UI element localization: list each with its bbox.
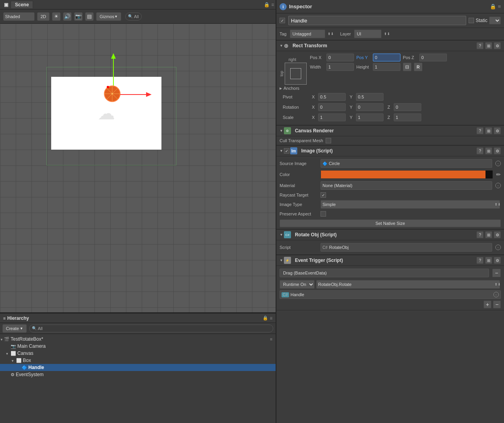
raycast-checkbox[interactable] — [321, 192, 326, 198]
pos-x-label: Pos X — [310, 55, 324, 60]
color-pencil-btn[interactable]: ✏ — [496, 171, 501, 178]
active-checkbox[interactable] — [280, 18, 285, 23]
canvas-select-icon[interactable]: ⊞ — [485, 127, 492, 134]
minus-button-2[interactable]: − — [493, 301, 501, 308]
hierarchy-menu-icon[interactable]: ≡ — [270, 315, 272, 321]
scene-menu-icon[interactable]: ≡ — [271, 2, 274, 7]
constrain-btn[interactable]: ⊟ — [403, 63, 411, 71]
static-label: Static — [476, 18, 487, 23]
rect-settings-icon[interactable]: ⚙ — [494, 42, 501, 49]
raycast-label: Raycast Target — [280, 193, 319, 197]
image-settings-icon[interactable]: ⚙ — [494, 147, 501, 154]
event-help-icon[interactable]: ? — [476, 257, 484, 264]
2d-button[interactable]: 2D — [37, 12, 50, 21]
hierarchy-item-main-camera[interactable]: 📷 Main Camera — [0, 343, 276, 350]
hierarchy-item-canvas[interactable]: ⬜ Canvas — [0, 350, 276, 357]
width-input[interactable] — [326, 63, 354, 71]
cull-checkbox[interactable] — [326, 138, 331, 143]
preserve-checkbox[interactable] — [321, 211, 326, 217]
plus-button[interactable]: + — [484, 301, 491, 308]
rotation-y-label: Y — [350, 105, 354, 109]
set-native-size-button[interactable]: Set Native Size — [280, 219, 501, 227]
scale-z-input[interactable] — [394, 113, 421, 121]
hierarchy-item-testrotatebox[interactable]: 🎬 TestRotateBox* ≡ — [0, 336, 276, 343]
canvas-renderer-header[interactable]: ▼ ⊚ Canvas Renderer ? ⊞ ⚙ — [276, 125, 504, 136]
rotate-method-dropdown[interactable]: RotateObj.Rotate — [316, 280, 500, 289]
rect-help-icon[interactable]: ? — [476, 42, 484, 49]
rotate-settings-icon[interactable]: ⚙ — [494, 231, 501, 238]
height-input[interactable] — [373, 63, 400, 71]
pivot-x-input[interactable] — [318, 93, 346, 101]
orange-handle[interactable] — [104, 85, 121, 102]
create-button[interactable]: Create ▼ — [2, 324, 27, 333]
tag-dropdown[interactable]: Untagged — [290, 30, 325, 38]
image-script-title: Image (Script) — [301, 148, 476, 154]
rect-select-icon[interactable]: ⊞ — [485, 42, 492, 49]
rotation-z-input[interactable] — [394, 103, 421, 111]
canvas-help-icon[interactable]: ? — [476, 127, 484, 134]
handle-circle-btn[interactable]: ○ — [493, 292, 499, 297]
fx-icon[interactable]: ▤ — [85, 12, 94, 21]
source-image-field[interactable]: 🔷 Circle — [321, 159, 492, 168]
rotate-help-icon[interactable]: ? — [476, 231, 484, 238]
gizmos-button[interactable]: Gizmos ▼ — [96, 12, 121, 21]
reset-btn[interactable]: R — [414, 63, 422, 71]
pos-x-input[interactable] — [326, 54, 354, 61]
event-settings-icon[interactable]: ⚙ — [494, 257, 501, 264]
runtime-dropdown[interactable]: Runtime On — [280, 280, 315, 289]
anchor-diagram[interactable] — [285, 63, 307, 85]
handle-reference-field[interactable]: C# Handle ○ — [280, 290, 501, 299]
inspector-menu-icon[interactable]: ≡ — [498, 4, 501, 9]
pivot-y-input[interactable] — [356, 93, 384, 101]
object-name-input[interactable] — [288, 16, 466, 25]
camera-view-icon[interactable]: 📷 — [74, 12, 83, 21]
rotate-script-icon: C# — [322, 245, 328, 250]
anchors-label: Anchors — [284, 86, 299, 91]
hierarchy-item-eventsystem[interactable]: ⚙ EventSystem — [0, 371, 276, 378]
rotate-obj-header[interactable]: ▼ C# Rotate Obj (Script) ? ⊞ ⚙ — [276, 229, 504, 240]
scale-x-input[interactable] — [318, 113, 346, 121]
drag-label: Drag (BaseEventData) — [280, 269, 489, 277]
layer-dropdown[interactable]: UI — [354, 30, 382, 38]
rotation-y-input[interactable] — [356, 103, 384, 111]
color-field[interactable] — [321, 170, 493, 179]
event-trigger-header[interactable]: ▼ ⚡ Event Trigger (Script) ? ⊞ ⚙ — [276, 255, 504, 266]
static-checkbox[interactable] — [469, 18, 474, 23]
rotate-script-circle-btn[interactable]: ○ — [495, 245, 501, 250]
source-image-circle-btn[interactable]: ○ — [495, 161, 501, 166]
image-type-dropdown[interactable]: Simple — [321, 200, 500, 209]
image-select-icon[interactable]: ⊞ — [485, 147, 492, 154]
height-label: Height — [356, 65, 371, 69]
canvas-settings-icon[interactable]: ⚙ — [494, 127, 501, 134]
tag-label: Tag — [280, 32, 287, 36]
material-circle-btn[interactable]: ○ — [495, 183, 501, 188]
image-script-header[interactable]: ▼ Im Image (Script) ? ⊞ ⚙ — [276, 145, 504, 156]
hierarchy-item-box[interactable]: ⬜ Box — [0, 357, 276, 364]
rect-transform-header[interactable]: ▼ ⊕ Rect Transform ? ⊞ ⚙ — [276, 40, 504, 51]
inspector-lock-icon[interactable]: 🔒 — [490, 4, 496, 9]
all-search[interactable]: 🔍 All — [125, 13, 141, 20]
image-help-icon[interactable]: ? — [476, 147, 484, 154]
pos-y-input[interactable] — [373, 54, 400, 61]
static-dropdown[interactable] — [489, 17, 501, 24]
audio-icon[interactable]: 🔊 — [63, 12, 72, 21]
pos-z-label: Pos Z — [403, 55, 417, 60]
light-icon[interactable]: ☀ — [52, 12, 61, 21]
svg-marker-9 — [146, 92, 152, 97]
scene-tab[interactable]: Scene — [11, 1, 33, 8]
rotate-script-field[interactable]: C# RotateObj — [321, 243, 492, 252]
anchors-row[interactable]: ▶ Anchors — [280, 85, 501, 92]
hierarchy-search[interactable]: 🔍 All — [29, 325, 273, 332]
shading-dropdown[interactable]: Shaded — [3, 12, 35, 21]
rotate-select-icon[interactable]: ⊞ — [485, 231, 492, 238]
inspector-panel: i Inspector 🔒 ≡ Static Tag Untagged ⬆⬇ L… — [276, 0, 504, 423]
hierarchy-item-handle[interactable]: 🔷 Handle — [0, 364, 276, 371]
image-script-checkbox[interactable] — [284, 148, 289, 154]
drag-minus-btn[interactable]: − — [492, 269, 501, 277]
pos-z-input[interactable] — [419, 54, 447, 61]
event-select-icon[interactable]: ⊞ — [485, 257, 492, 264]
rect-transform-icon: ⊕ — [284, 43, 289, 49]
hierarchy-menu-btn[interactable]: ≡ — [270, 337, 272, 341]
scale-y-input[interactable] — [356, 113, 384, 121]
rotation-x-input[interactable] — [318, 103, 346, 111]
